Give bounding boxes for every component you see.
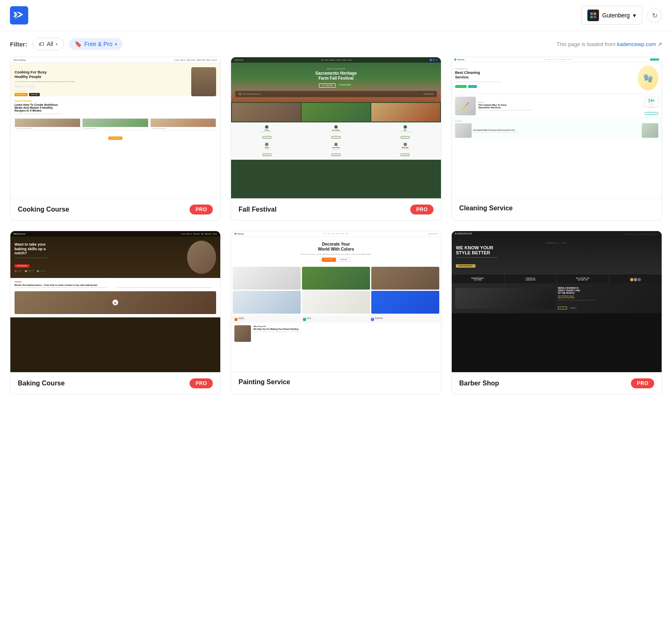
filter-right: This page is loaded from kadencewp.com ↗: [556, 41, 662, 47]
card-footer-barber: Barber Shop PRO: [452, 372, 662, 394]
card-title-barber: Barber Shop: [459, 380, 499, 387]
painting-image-grid: [231, 265, 441, 315]
card-preview-cooking: Home Cooking CourseAboutTestimonialsFAQ …: [10, 57, 220, 198]
card-footer-cooking: Cooking Course PRO: [10, 198, 220, 220]
card-title-fall: Fall Festival: [239, 206, 277, 213]
cooking-nav: Home Cooking CourseAboutTestimonialsFAQ …: [10, 57, 220, 63]
card-preview-baking: Baking Course CourseAbout UsTestimonials…: [10, 231, 220, 372]
pro-badge-baking: PRO: [190, 378, 213, 388]
gutenberg-label: Gutenberg: [602, 12, 630, 19]
card-preview-fall: Fall Festival HomeAboutActivitiesCalenda…: [231, 57, 441, 198]
painting-contact: Email Us email@painting.com Call Us +1(3…: [231, 315, 441, 323]
filter-all-chevron: ▾: [56, 42, 58, 46]
pro-badge-fall: PRO: [410, 205, 433, 214]
filter-freepro-label: Free & Pro: [84, 41, 112, 47]
card-cooking-course[interactable]: Home Cooking CourseAboutTestimonialsFAQ …: [10, 57, 221, 221]
card-painting-service[interactable]: Painting Home AboutGalleryServicesPricin…: [231, 231, 441, 395]
card-barber-shop[interactable]: BARBERSHOP HOMESERVICESABOUT USGALLERYPR…: [451, 231, 662, 395]
cleaning-hero: Professional Servicing Best CleaningServ…: [452, 62, 662, 94]
svg-rect-4: [594, 16, 596, 18]
filter-all-label: All: [47, 41, 54, 47]
header: Gutenberg ▾ ↻: [0, 0, 672, 31]
filter-page-link[interactable]: kadencewp.com ↗: [617, 41, 662, 47]
card-title-baking: Baking Course: [18, 380, 65, 387]
barber-info-grid: LOCATION MANHATTAN BEACH,CALIFORNIA CALL…: [452, 274, 662, 283]
fall-nav: Fall Festival HomeAboutActivitiesCalenda…: [231, 57, 441, 63]
card-footer-baking: Baking Course PRO: [10, 372, 220, 394]
template-grid: Home Cooking CourseAboutTestimonialsFAQ …: [0, 57, 672, 411]
filter-freepro-chevron: ▾: [115, 42, 117, 46]
filter-label: Filter:: [10, 41, 27, 48]
card-title-cleaning: Cleaning Service: [459, 205, 513, 212]
filter-freepro-button[interactable]: 🔖 Free & Pro ▾: [69, 38, 123, 50]
card-baking-course[interactable]: Baking Course CourseAbout UsTestimonials…: [10, 231, 221, 395]
header-right: Gutenberg ▾ ↻: [581, 6, 662, 25]
card-cleaning-service[interactable]: Cleaning HomeServicesAboutBlogAppointmen…: [451, 57, 662, 221]
fall-features: Parking Contact Information addiciscing …: [231, 122, 441, 160]
fall-image-grid: [231, 102, 441, 122]
painting-nav: Painting Home AboutGalleryServicesPricin…: [231, 231, 441, 237]
card-fall-festival[interactable]: Fall Festival HomeAboutActivitiesCalenda…: [231, 57, 441, 221]
card-preview-cleaning: Cleaning HomeServicesAboutBlogAppointmen…: [452, 57, 662, 198]
svg-rect-2: [594, 12, 596, 15]
pro-badge-barber: PRO: [631, 378, 654, 388]
barber-hero: — BARBER & TIMS — WE KNOW YOURSTYLE BETT…: [452, 236, 662, 274]
gutenberg-chevron: ▾: [633, 12, 636, 19]
painting-footer: Why Choose Us We Help You For Making You…: [231, 323, 441, 344]
barber-nav: BARBERSHOP HOMESERVICESABOUT USGALLERYPR…: [452, 231, 662, 236]
cleaning-footer-section: Our Services Get Satisfied With The Serv…: [452, 118, 662, 140]
baking-nav: Baking Course CourseAbout UsTestimonials…: [10, 231, 220, 236]
pro-badge-cooking: PRO: [190, 205, 213, 214]
cooking-body: Course Overview Learn How To Create Nutr…: [10, 96, 220, 144]
filter-left: Filter: 🏷 All ▾ 🔖 Free & Pro ▾: [10, 38, 123, 50]
gutenberg-icon: [587, 10, 599, 21]
cleaning-about-section: 🧹 About Us The United Way To FindSpecial…: [452, 94, 662, 118]
svg-rect-1: [590, 12, 593, 15]
external-link-icon: ↗: [657, 41, 662, 47]
card-footer-cleaning: Cleaning Service: [452, 198, 662, 218]
gutenberg-button[interactable]: Gutenberg ▾: [581, 6, 642, 25]
bookmark-icon: 🔖: [75, 41, 82, 47]
cooking-hero: Cooking For BusyHealthy People Lorem ips…: [10, 63, 220, 96]
barber-being-section: BEING A BARBER ISABOUT TAKING CAREOF THE…: [452, 283, 662, 313]
fall-hero: Welcome To Our Festival Sacramento Herit…: [231, 63, 441, 102]
card-title-cooking: Cooking Course: [18, 206, 69, 213]
svg-rect-0: [10, 6, 28, 24]
svg-rect-3: [590, 16, 593, 18]
painting-hero: Decorate YourWorld With Colors Lorem ips…: [231, 237, 441, 265]
filter-page-info: This page is loaded from: [556, 41, 615, 47]
filter-bar: Filter: 🏷 All ▾ 🔖 Free & Pro ▾ This page…: [0, 31, 672, 57]
refresh-icon: ↻: [652, 12, 657, 20]
cleaning-nav: Cleaning HomeServicesAboutBlogAppointmen…: [452, 57, 662, 62]
card-preview-barber: BARBERSHOP HOMESERVICESABOUT USGALLERYPR…: [452, 231, 662, 372]
card-title-painting: Painting Service: [239, 378, 290, 386]
filter-all-button[interactable]: 🏷 All ▾: [32, 38, 64, 50]
baking-body: OVERVIEW Master the baking basics – from…: [10, 278, 220, 317]
card-footer-painting: Painting Service: [231, 372, 441, 392]
baking-hero: Want to take yourbaking skills up anotch…: [10, 236, 220, 278]
card-preview-painting: Painting Home AboutGalleryServicesPricin…: [231, 231, 441, 372]
tag-icon: 🏷: [39, 41, 44, 47]
card-footer-fall: Fall Festival PRO: [231, 198, 441, 220]
logo: [10, 6, 28, 24]
refresh-button[interactable]: ↻: [647, 8, 662, 23]
